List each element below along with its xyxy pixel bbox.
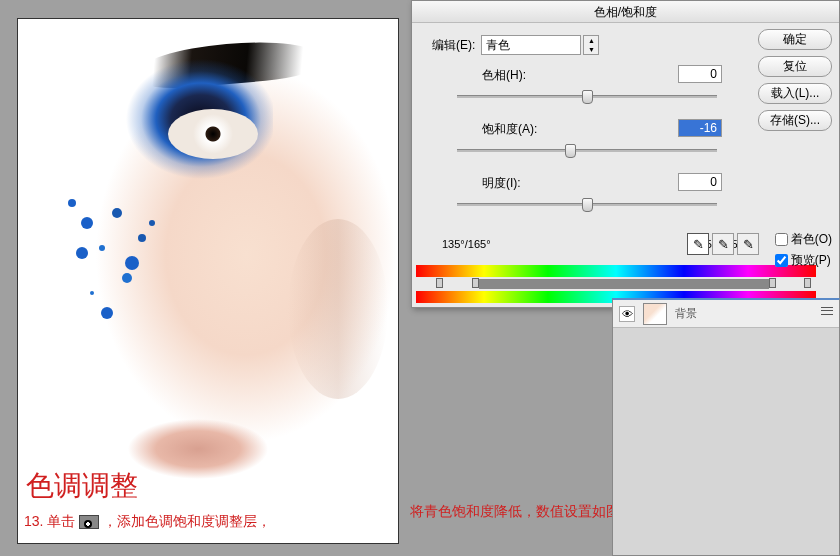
- nose: [288, 219, 388, 399]
- saturation-thumb[interactable]: [565, 144, 576, 158]
- reset-button[interactable]: 复位: [758, 56, 832, 77]
- saturation-label: 饱和度(A):: [482, 121, 537, 138]
- lightness-label: 明度(I):: [482, 175, 521, 192]
- spectrum-top: [416, 265, 816, 277]
- colorize-input[interactable]: [775, 233, 788, 246]
- panel-menu-icon[interactable]: [819, 304, 835, 318]
- face-photo: [18, 19, 398, 543]
- caption-mid: ，添加色调饱和度调整层，: [103, 513, 271, 529]
- image-caption: 13. 单击 ，添加色调饱和度调整层，: [24, 513, 271, 531]
- image-title: 色调调整: [26, 467, 138, 505]
- hue-input[interactable]: 0: [678, 65, 722, 83]
- edit-label: 编辑(E):: [432, 37, 475, 54]
- caption-prefix: 13. 单击: [24, 513, 75, 529]
- hue-label: 色相(H):: [482, 67, 526, 84]
- hue-thumb[interactable]: [582, 90, 593, 104]
- eye: [168, 109, 258, 159]
- edit-row: 编辑(E): 青色 ▲▼: [432, 35, 599, 55]
- saturation-value: -16: [700, 121, 717, 135]
- layers-panel: 👁 背景: [612, 298, 840, 556]
- stepper-down-icon[interactable]: ▼: [584, 45, 598, 54]
- range-marker-inner-left[interactable]: [472, 278, 479, 288]
- hue-value: 0: [710, 67, 717, 81]
- edit-select-value: 青色: [486, 38, 510, 52]
- lightness-input[interactable]: 0: [678, 173, 722, 191]
- saturation-slider[interactable]: [457, 149, 717, 152]
- adjustment-layer-icon: [79, 515, 99, 529]
- lightness-thumb[interactable]: [582, 198, 593, 212]
- layer-row[interactable]: 👁 背景: [613, 300, 839, 328]
- spectrum-range[interactable]: [416, 279, 816, 289]
- hue-slider[interactable]: [457, 95, 717, 98]
- dialog-title: 色相/饱和度: [594, 5, 657, 19]
- eyedropper-icon[interactable]: ✎: [687, 233, 709, 255]
- lightness-slider[interactable]: [457, 203, 717, 206]
- ok-button[interactable]: 确定: [758, 29, 832, 50]
- colorize-checkbox[interactable]: 着色(O): [775, 231, 832, 248]
- canvas-image: 色调调整 13. 单击 ，添加色调饱和度调整层，: [17, 18, 399, 544]
- stepper-up-icon[interactable]: ▲: [584, 36, 598, 45]
- lightness-value: 0: [710, 175, 717, 189]
- lips: [128, 419, 268, 479]
- load-button[interactable]: 载入(L)...: [758, 83, 832, 104]
- eyedropper-add-icon[interactable]: ✎: [712, 233, 734, 255]
- preview-input[interactable]: [775, 254, 788, 267]
- eyedropper-group: ✎ ✎ ✎: [687, 233, 759, 255]
- eyedropper-subtract-icon[interactable]: ✎: [737, 233, 759, 255]
- dialog-buttons: 确定 复位 载入(L)... 存储(S)...: [758, 29, 832, 131]
- visibility-eye-icon[interactable]: 👁: [619, 306, 635, 322]
- checkbox-group: 着色(O) 预览(P): [775, 231, 832, 273]
- range-bar: [479, 279, 769, 289]
- edit-stepper[interactable]: ▲▼: [583, 35, 599, 55]
- preview-label: 预览(P): [791, 252, 831, 269]
- preview-checkbox[interactable]: 预览(P): [775, 252, 832, 269]
- range-marker-outer-left[interactable]: [436, 278, 443, 288]
- save-button[interactable]: 存储(S)...: [758, 110, 832, 131]
- range-marker-inner-right[interactable]: [769, 278, 776, 288]
- dialog-body: 编辑(E): 青色 ▲▼ 色相(H): 0 饱和度(A): -16 明度(I):…: [412, 23, 839, 307]
- dialog-titlebar[interactable]: 色相/饱和度: [412, 1, 839, 23]
- saturation-input[interactable]: -16: [678, 119, 722, 137]
- layer-name: 背景: [675, 306, 697, 321]
- range-marker-outer-right[interactable]: [804, 278, 811, 288]
- layer-thumbnail[interactable]: [643, 303, 667, 325]
- degrees-left: 135°/165°: [442, 238, 491, 250]
- edit-select[interactable]: 青色: [481, 35, 581, 55]
- hue-saturation-dialog: 色相/饱和度 编辑(E): 青色 ▲▼ 色相(H): 0 饱和度(A): -16…: [411, 0, 840, 308]
- colorize-label: 着色(O): [791, 231, 832, 248]
